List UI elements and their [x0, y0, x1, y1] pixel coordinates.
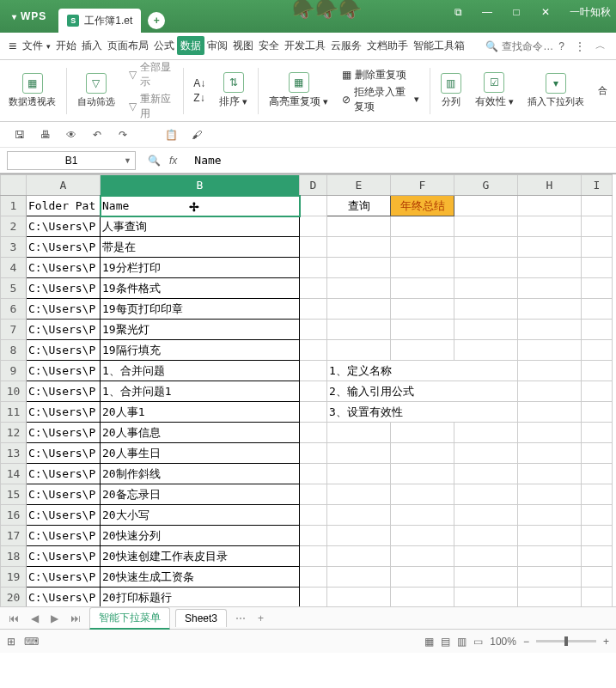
cell[interactable]: 人事查询 — [101, 216, 300, 237]
cell[interactable]: C:\Users\P — [27, 402, 101, 423]
cell[interactable] — [454, 464, 518, 484]
status-keyboard-icon[interactable]: ⌨ — [24, 636, 39, 648]
cell[interactable]: 20人事1 — [101, 402, 300, 423]
pivot-table-button[interactable]: ▦数据透视表 — [5, 73, 59, 108]
print-preview-icon[interactable]: 👁 — [64, 127, 79, 143]
cell[interactable] — [582, 320, 613, 340]
cell[interactable] — [300, 443, 327, 464]
cell[interactable] — [391, 567, 454, 588]
cell[interactable] — [518, 526, 582, 546]
cell[interactable] — [582, 546, 613, 567]
cell[interactable]: 19分栏打印 — [101, 258, 300, 278]
cell[interactable] — [454, 258, 518, 278]
column-header[interactable]: D — [300, 175, 327, 196]
cell[interactable] — [518, 361, 582, 381]
cell[interactable]: 19聚光灯 — [101, 320, 300, 340]
cell[interactable]: 带是在 — [101, 237, 300, 258]
row-header[interactable]: 20 — [1, 588, 27, 607]
cell[interactable]: 19隔行填充 — [101, 340, 300, 361]
zoom-lens-icon[interactable]: 🔍 — [148, 155, 161, 167]
cell[interactable]: C:\Users\P — [27, 484, 101, 505]
cell[interactable] — [518, 464, 582, 484]
cell[interactable] — [300, 258, 327, 278]
data-validation-button[interactable]: ☑有效性 ▾ — [472, 72, 517, 109]
cell[interactable]: 19每页打印印章 — [101, 299, 300, 320]
cell[interactable] — [582, 361, 613, 381]
cell[interactable]: C:\Users\P — [27, 216, 101, 237]
cell[interactable] — [518, 402, 582, 423]
new-tab-button[interactable]: + — [148, 12, 165, 29]
sort-asc-button[interactable]: A↓ — [193, 77, 205, 89]
cell[interactable]: C:\Users\P — [27, 361, 101, 381]
menu-tab[interactable]: 智能工具箱 — [411, 36, 467, 55]
cell[interactable] — [391, 484, 454, 505]
cell[interactable] — [300, 320, 327, 340]
cell[interactable] — [582, 588, 613, 607]
cell[interactable]: C:\Users\P — [27, 258, 101, 278]
cell[interactable] — [518, 258, 582, 278]
menu-tab[interactable]: 开始 — [53, 36, 79, 55]
close-icon[interactable]: ✕ — [535, 3, 556, 21]
name-box[interactable]: B1▼ — [7, 151, 136, 170]
menu-tab[interactable]: 插入 — [79, 36, 105, 55]
column-header[interactable]: B — [101, 175, 300, 196]
delete-dup-button[interactable]: ▦删除重复项 — [342, 68, 406, 82]
cell[interactable] — [300, 588, 327, 607]
cell[interactable] — [327, 484, 391, 505]
cell[interactable] — [327, 505, 391, 526]
column-header[interactable]: I — [582, 175, 613, 196]
cell[interactable] — [300, 381, 327, 402]
cell[interactable] — [518, 484, 582, 505]
select-all-corner[interactable] — [1, 175, 27, 196]
view-normal-icon[interactable]: ▦ — [424, 636, 434, 648]
row-header[interactable]: 16 — [1, 505, 27, 526]
cell[interactable] — [518, 340, 582, 361]
cell[interactable] — [518, 505, 582, 526]
cell[interactable] — [391, 299, 454, 320]
cell[interactable]: C:\Users\P — [27, 567, 101, 588]
cell[interactable] — [518, 588, 582, 607]
cell[interactable] — [518, 320, 582, 340]
cell[interactable] — [391, 216, 454, 237]
cell[interactable]: C:\Users\P — [27, 299, 101, 320]
cell[interactable] — [518, 216, 582, 237]
cell[interactable] — [582, 216, 613, 237]
window-restore-icon[interactable]: ⧉ — [448, 3, 468, 21]
cell[interactable] — [518, 237, 582, 258]
highlight-dup-button[interactable]: ▦高亮重复项 ▾ — [265, 72, 332, 109]
undo-icon[interactable]: ↶ — [89, 127, 105, 143]
cell[interactable] — [327, 588, 391, 607]
zoom-value[interactable]: 100% — [490, 636, 516, 648]
cell[interactable] — [300, 526, 327, 546]
view-page-icon[interactable]: ▤ — [441, 636, 450, 648]
cell[interactable] — [454, 320, 518, 340]
cell[interactable]: C:\Users\P — [27, 505, 101, 526]
cell[interactable] — [327, 464, 391, 484]
column-header[interactable]: A — [27, 175, 101, 196]
cell[interactable] — [582, 196, 613, 216]
cell[interactable] — [454, 567, 518, 588]
cell[interactable] — [582, 423, 613, 443]
row-header[interactable]: 2 — [1, 216, 27, 237]
row-header[interactable]: 17 — [1, 526, 27, 546]
cell[interactable]: C:\Users\P — [27, 320, 101, 340]
cell[interactable]: Folder Pat — [27, 196, 101, 216]
cell[interactable]: 20打印标题行 — [101, 588, 300, 607]
cell[interactable]: 1、定义名称 — [327, 361, 518, 381]
row-header[interactable]: 3 — [1, 237, 27, 258]
show-all-button[interactable]: ▽全部显示 — [129, 60, 173, 89]
menu-tab[interactable]: 页面布局 — [105, 36, 151, 55]
cell[interactable] — [518, 443, 582, 464]
cell[interactable] — [391, 505, 454, 526]
cell[interactable] — [582, 443, 613, 464]
cell[interactable] — [300, 216, 327, 237]
cell[interactable] — [300, 402, 327, 423]
sheet-last-icon[interactable]: ⏭ — [67, 612, 84, 624]
minimize-icon[interactable]: — — [477, 3, 497, 21]
cell[interactable] — [454, 423, 518, 443]
row-header[interactable]: 4 — [1, 258, 27, 278]
cell[interactable] — [454, 443, 518, 464]
row-header[interactable]: 19 — [1, 567, 27, 588]
consolidate-button[interactable]: 合 — [595, 84, 611, 97]
cell[interactable] — [391, 464, 454, 484]
